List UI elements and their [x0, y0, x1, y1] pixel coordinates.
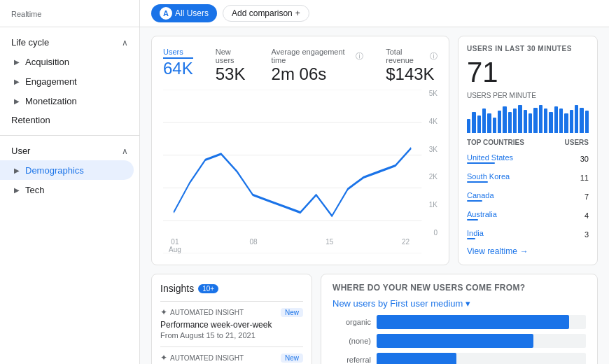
- bar-label-none: (none): [332, 337, 371, 345]
- info-icon-revenue: ⓘ: [430, 51, 438, 62]
- bar-mini: [524, 110, 527, 133]
- horizontal-bar-chart: organic (none) referral: [332, 314, 586, 364]
- divider-2: [0, 135, 139, 136]
- bar-mini: [549, 112, 552, 133]
- sidebar-item-label: Demographics: [25, 165, 84, 176]
- new-users-dropdown-label: New users by First user medium: [332, 298, 463, 309]
- divider-1: [0, 27, 139, 27]
- bar-mini: [528, 113, 532, 133]
- bar-mini: [482, 108, 486, 133]
- x-label-08: 08: [249, 238, 257, 253]
- bar-fill-none: [377, 334, 533, 348]
- realtime-count: 71: [467, 58, 589, 86]
- x-label-aug01: 01Aug: [169, 238, 181, 253]
- bar-mini: [544, 108, 547, 133]
- arrow-icon: ▶: [11, 76, 22, 87]
- sidebar-item-retention[interactable]: Retention: [0, 111, 134, 130]
- line-chart: 5K 4K 3K 2K 1K 0 01Aug 08 15 22: [163, 90, 438, 253]
- y-label-5k: 5K: [429, 90, 438, 97]
- add-comparison-label: Add comparison: [232, 8, 293, 18]
- insight-type-row-1: ✦ AUTOMATED INSIGHT New: [160, 307, 303, 317]
- country-name: India: [467, 229, 484, 237]
- user-header[interactable]: User ∧: [0, 141, 139, 160]
- y-label-1k: 1K: [429, 201, 438, 209]
- top-countries-label: TOP COUNTRIES: [467, 139, 524, 146]
- country-count: 7: [584, 192, 589, 201]
- sidebar-item-demographics[interactable]: ▶ Demographics: [0, 160, 134, 180]
- metric-users[interactable]: Users 64K: [163, 48, 193, 84]
- chart-svg: [163, 90, 438, 253]
- metric-users-label: Users: [163, 48, 193, 59]
- bar-mini: [554, 106, 558, 133]
- insights-card: Insights 10+ ✦ AUTOMATED INSIGHT New Per…: [151, 274, 312, 364]
- country-underline: [467, 238, 475, 239]
- sidebar-item-tech[interactable]: ▶ Tech: [0, 180, 134, 200]
- view-realtime-label: View realtime: [467, 246, 517, 256]
- all-users-letter: A: [160, 7, 172, 20]
- user-label: User: [11, 146, 30, 156]
- bar-label-referral: referral: [332, 356, 371, 364]
- new-users-dropdown[interactable]: New users by First user medium ▾: [332, 298, 586, 309]
- chart-x-axis: 01Aug 08 15 22: [163, 238, 410, 253]
- view-realtime-link[interactable]: View realtime →: [467, 246, 589, 256]
- add-comparison-button[interactable]: Add comparison +: [223, 5, 309, 22]
- sidebar: Realtime Life cycle ∧ ▶ Acquisition ▶ En…: [0, 0, 140, 364]
- country-underline: [467, 219, 478, 220]
- all-users-filter[interactable]: A All Users: [151, 4, 217, 22]
- y-label-0: 0: [433, 229, 438, 237]
- lifecycle-header[interactable]: Life cycle ∧: [0, 33, 139, 52]
- lifecycle-chevron: ∧: [122, 38, 128, 48]
- country-row-in: India 3: [467, 227, 589, 241]
- realtime-bar-chart: [467, 105, 589, 133]
- sidebar-item-label: Engagement: [25, 76, 77, 87]
- arrow-icon: ▶: [11, 56, 22, 67]
- metric-engagement-value: 2m 06s: [272, 64, 364, 84]
- sidebar-item-label: Tech: [25, 185, 44, 195]
- bar-mini: [570, 110, 573, 133]
- bar-mini: [503, 106, 506, 133]
- arrow-right-icon: →: [520, 246, 528, 256]
- country-name: Canada: [467, 191, 494, 200]
- country-row-au: Australia 4: [467, 209, 589, 222]
- main-content: A All Users Add comparison + Users 64K N…: [140, 0, 609, 364]
- metric-engagement-label: Average engagement time ⓘ: [272, 48, 364, 64]
- country-underline: [467, 162, 495, 164]
- bar-fill-referral: [377, 353, 456, 364]
- users-column-label: USERS: [565, 139, 589, 146]
- bar-mini: [533, 108, 537, 133]
- arrow-icon: ▶: [11, 184, 22, 195]
- y-label-3k: 3K: [429, 146, 438, 153]
- metric-new-users[interactable]: New users 53K: [216, 48, 249, 84]
- metric-engagement[interactable]: Average engagement time ⓘ 2m 06s: [272, 48, 364, 84]
- country-name: United States: [467, 153, 513, 162]
- metrics-header: Users 64K New users 53K Average engageme…: [163, 48, 438, 84]
- bar-track-organic: [377, 315, 586, 329]
- bar-fill-organic: [377, 315, 569, 329]
- metrics-card: Users 64K New users 53K Average engageme…: [151, 36, 449, 265]
- insight-type-row-2: ✦ AUTOMATED INSIGHT New: [160, 353, 303, 363]
- new-badge-2: New: [281, 354, 303, 363]
- insight-item-2: ✦ AUTOMATED INSIGHT New Google/organic d…: [160, 346, 303, 364]
- country-name: South Korea: [467, 172, 510, 181]
- metric-revenue[interactable]: Total revenue ⓘ $143K: [386, 48, 438, 84]
- sidebar-item-label: Retention: [11, 115, 50, 125]
- insights-count-badge: 10+: [198, 284, 218, 293]
- insight-type-2: ✦ AUTOMATED INSIGHT: [160, 353, 244, 363]
- bar-mini: [559, 108, 563, 133]
- bar-mini: [493, 118, 496, 133]
- countries-header-row: TOP COUNTRIES USERS: [467, 139, 589, 146]
- realtime-title: USERS IN LAST 30 MINUTES: [467, 45, 589, 52]
- sidebar-item-engagement[interactable]: ▶ Engagement: [0, 71, 134, 91]
- metric-new-users-label: New users: [216, 48, 249, 64]
- arrow-icon: ▶: [11, 164, 22, 176]
- bar-mini: [477, 115, 481, 133]
- sidebar-item-acquisition[interactable]: ▶ Acquisition: [0, 52, 134, 71]
- country-row-us: United States 30: [467, 152, 589, 165]
- x-label-22: 22: [402, 238, 410, 253]
- metric-users-value: 64K: [163, 59, 193, 78]
- bar-track-referral: [377, 353, 586, 364]
- insights-title: Insights: [160, 283, 194, 294]
- insight-type-icon-2: ✦: [160, 353, 167, 363]
- sidebar-item-monetization[interactable]: ▶ Monetization: [0, 91, 134, 111]
- insight-type-label-1: AUTOMATED INSIGHT: [170, 309, 244, 316]
